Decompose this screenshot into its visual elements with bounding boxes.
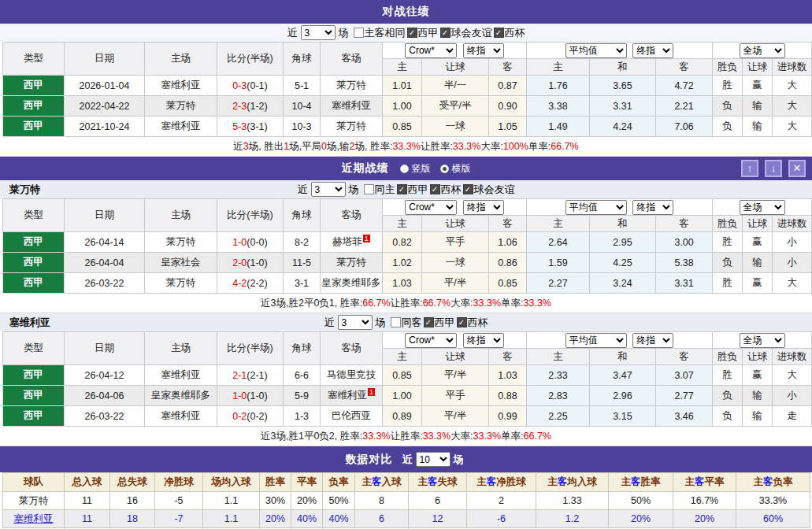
checkbox-icon[interactable]: ✓ — [424, 317, 434, 327]
checkbox-icon[interactable] — [364, 184, 374, 194]
filter-checkbox[interactable]: ✓西甲 — [407, 26, 439, 40]
teamB-name: 塞维利亚 — [9, 316, 50, 330]
cell: 平/半 — [422, 365, 489, 386]
cell: 2.95 — [590, 232, 656, 253]
filter-checkbox[interactable]: 同客 — [391, 316, 422, 330]
team-name[interactable]: 塞维利亚 — [14, 513, 54, 524]
stat-cell: -6 — [467, 510, 536, 528]
filter-checkbox[interactable]: ✓西杯 — [457, 316, 488, 330]
checkbox-icon[interactable]: ✓ — [407, 28, 417, 38]
filter-checkbox[interactable]: ✓西杯 — [430, 183, 462, 197]
teamA-count-select[interactable]: 3 — [311, 182, 346, 197]
cell: 6-6 — [284, 365, 321, 386]
checkbox-label: 西杯 — [441, 183, 462, 197]
text-segment: (1-0) — [247, 257, 267, 268]
fulltime-select[interactable]: 全场 — [740, 333, 785, 348]
checkbox-icon[interactable]: ✓ — [494, 28, 504, 38]
scroll-down-button[interactable]: ↓ — [765, 160, 782, 177]
checkbox-icon[interactable]: ✓ — [397, 184, 407, 194]
odds-time-select[interactable]: 终指 — [463, 43, 504, 58]
cell: 平手 — [422, 232, 489, 253]
cell: 输 — [743, 117, 773, 137]
col-date: 日期 — [65, 332, 145, 365]
scroll-up-button[interactable]: ↑ — [741, 160, 758, 177]
filter-checkbox[interactable]: ✓球会友谊 — [440, 26, 492, 40]
col-avg-draw: 和 — [590, 59, 656, 76]
text-segment: 3 — [243, 141, 249, 152]
fulltime-select[interactable]: 全场 — [740, 43, 785, 58]
cell: 10-3 — [284, 117, 321, 137]
stat-cell: 1.33 — [536, 492, 609, 510]
cell: 半/一 — [422, 76, 489, 96]
bookmaker-select[interactable]: Crow* — [405, 333, 457, 348]
filter-checkbox[interactable]: ✓西甲 — [424, 316, 455, 330]
checkbox-icon[interactable]: ✓ — [457, 317, 467, 327]
matches-label: 场 — [454, 453, 464, 467]
fulltime-select[interactable]: 全场 — [740, 200, 785, 215]
compare-title: 数据对比 — [346, 453, 393, 467]
close-button[interactable]: ✕ — [788, 160, 806, 177]
checkbox-icon[interactable]: ✓ — [430, 184, 440, 194]
match-row: 西甲2021-10-24塞维利亚5-3(3-1)10-3莱万特0.85一球1.0… — [3, 117, 812, 137]
panel-buttons: ↑ ↓ ✕ — [741, 160, 806, 177]
average-select[interactable]: 平均值 — [565, 43, 627, 58]
odds-time-select[interactable]: 终指 — [463, 200, 504, 215]
average-select[interactable]: 平均值 — [565, 200, 627, 215]
cell[interactable]: 皇家奥维耶多 — [321, 273, 383, 294]
cell: 2021-10-24 — [65, 117, 145, 137]
filter-checkbox[interactable]: ✓西甲 — [397, 183, 428, 197]
col-draw-rate: 平率 — [291, 473, 323, 492]
text-segment: 主 — [362, 476, 373, 487]
filter-checkbox[interactable]: 同主 — [364, 183, 395, 197]
filter-checkbox[interactable]: ✓球会友谊 — [463, 183, 515, 197]
col-odds-home: 主 — [383, 216, 422, 232]
cell: 塞维利亚 — [145, 76, 217, 96]
cell: 4-2(2-2) — [217, 273, 284, 294]
cell: 1.00 — [383, 386, 422, 406]
teamA-table: 类型 日期 主场 比分(半场) 角球 客场 Crow* 终指 平均值 终指 全场 — [2, 198, 812, 294]
average-select[interactable]: 平均值 — [565, 333, 627, 348]
col-score: 比分(半场) — [217, 43, 284, 76]
checkbox-icon[interactable]: ✓ — [463, 184, 473, 194]
league-cell: 西甲 — [3, 365, 65, 386]
teamB-count-select[interactable]: 3 — [338, 315, 373, 330]
average-time-select[interactable]: 终指 — [632, 333, 673, 348]
average-select-cell: 平均值 终指 — [527, 199, 713, 216]
text-segment: 客 — [428, 476, 438, 487]
radio-icon[interactable] — [400, 165, 409, 173]
checkbox-icon[interactable] — [354, 28, 364, 38]
filter-checkbox[interactable]: 主客相同 — [354, 26, 406, 40]
bookmaker-select[interactable]: Crow* — [405, 43, 457, 58]
stat-cell: 1.2 — [536, 510, 609, 528]
checkbox-label: 球会友谊 — [474, 183, 515, 197]
cell: 2022-04-22 — [65, 96, 145, 117]
text-segment: (0-1) — [247, 80, 267, 91]
h2h-count-select[interactable]: 3 — [301, 25, 336, 40]
cell: 胜 — [713, 232, 743, 253]
cell: 1.00 — [383, 96, 422, 117]
checkbox-icon[interactable]: ✓ — [440, 28, 450, 38]
cell: 一球 — [422, 253, 489, 273]
radio-dot-icon[interactable] — [440, 165, 449, 173]
cell: 2-3(1-2) — [217, 96, 284, 117]
filter-checkbox[interactable]: ✓西杯 — [494, 26, 525, 40]
cell: 负 — [713, 96, 743, 117]
radio-horizontal-layout[interactable]: 横版 — [440, 162, 471, 176]
checkbox-label: 同主 — [375, 183, 395, 197]
col-away: 客场 — [321, 199, 383, 232]
cell: 7.06 — [656, 117, 713, 137]
fulltime-select-cell: 全场 — [713, 43, 812, 59]
radio-vertical-layout[interactable]: 竖版 — [400, 162, 431, 176]
odds-time-select[interactable]: 终指 — [463, 333, 504, 348]
average-time-select[interactable]: 终指 — [632, 43, 673, 58]
cell: 平/半 — [422, 273, 489, 294]
cell: 负 — [713, 253, 743, 273]
compare-count-select[interactable]: 10 — [416, 452, 450, 467]
average-time-select[interactable]: 终指 — [632, 200, 673, 215]
bookmaker-select[interactable]: Crow* — [405, 200, 457, 215]
checkbox-label: 同客 — [402, 316, 422, 330]
checkbox-icon[interactable] — [391, 317, 401, 327]
recent-label: 近 — [287, 26, 298, 40]
team-name-cell[interactable]: 塞维利亚 — [3, 510, 65, 528]
cell: 3.15 — [590, 406, 656, 427]
